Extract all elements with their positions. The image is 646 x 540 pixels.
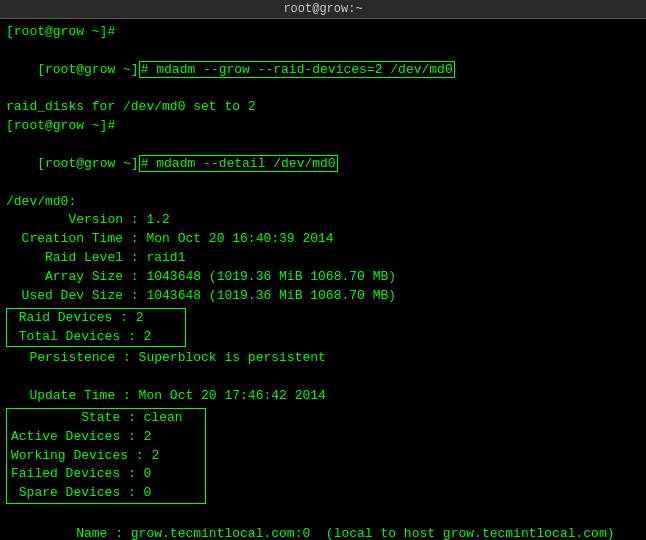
- raid-level: Raid Level : raid1: [6, 249, 640, 268]
- output-line-1: raid_disks for /dev/md0 set to 2: [6, 98, 640, 117]
- state-line: State : clean: [11, 409, 201, 428]
- dev-md0: /dev/md0:: [6, 193, 640, 212]
- failed-devices: Failed Devices : 0: [11, 465, 201, 484]
- raid-total-block: Raid Devices : 2 Total Devices : 2: [6, 308, 186, 348]
- blank-line-2: [6, 506, 640, 525]
- prompt-line-2: [root@grow ~]#: [6, 117, 640, 136]
- creation-time: Creation Time : Mon Oct 20 16:40:39 2014: [6, 230, 640, 249]
- version-line: Version : 1.2: [6, 211, 640, 230]
- state-block: State : clean Active Devices : 2 Working…: [6, 408, 206, 504]
- active-devices: Active Devices : 2: [11, 428, 201, 447]
- command-line-1: [root@grow ~]# mdadm --grow --raid-devic…: [6, 42, 640, 99]
- name-line: Name : grow.tecmintlocal.com:0 (local to…: [6, 525, 640, 540]
- command-line-2: [root@grow ~]# mdadm --detail /dev/md0: [6, 136, 640, 193]
- window-title: root@grow:~: [283, 2, 362, 16]
- working-devices: Working Devices : 2: [11, 447, 201, 466]
- used-dev-size: Used Dev Size : 1043648 (1019.36 MiB 106…: [6, 287, 640, 306]
- persistence-line: Persistence : Superblock is persistent: [6, 349, 640, 368]
- total-devices-line: Total Devices : 2: [11, 328, 181, 347]
- update-time-line: Update Time : Mon Oct 20 17:46:42 2014: [6, 387, 640, 406]
- blank-line-1: [6, 368, 640, 387]
- prompt-line-1: [root@grow ~]#: [6, 23, 640, 42]
- array-size: Array Size : 1043648 (1019.36 MiB 1068.7…: [6, 268, 640, 287]
- raid-devices-line: Raid Devices : 2: [11, 309, 181, 328]
- spare-devices: Spare Devices : 0: [11, 484, 201, 503]
- terminal: [root@grow ~]# [root@grow ~]# mdadm --gr…: [0, 19, 646, 540]
- title-bar: root@grow:~: [0, 0, 646, 19]
